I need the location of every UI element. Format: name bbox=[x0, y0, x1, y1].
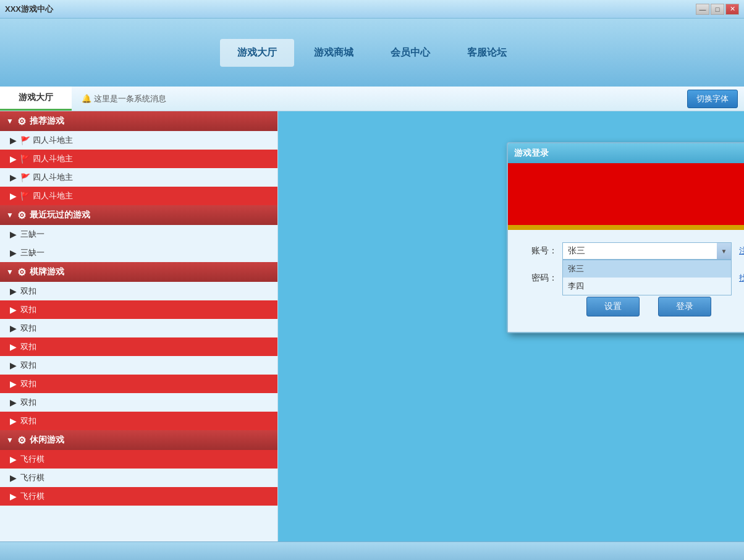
font-switch-button[interactable]: 切换字体 bbox=[687, 90, 738, 108]
title-bar: XXX游戏中心 — □ ✕ bbox=[0, 0, 744, 19]
system-message: 🔔 这里是一条系统消息 bbox=[72, 93, 687, 104]
right-area: 游戏登录 ✕ 账号： ▼ 张三 李四 bbox=[278, 111, 744, 541]
list-item[interactable]: ▶ 双扣 bbox=[0, 337, 277, 356]
list-item[interactable]: ▶ 飞行棋 bbox=[0, 487, 277, 506]
app-title: XXX游戏中心 bbox=[5, 4, 53, 15]
dropdown-item-zhangsan[interactable]: 张三 bbox=[563, 260, 731, 278]
category-label-casual: 休闲游戏 bbox=[30, 435, 64, 446]
play-icon: ▶ bbox=[10, 360, 17, 370]
list-item[interactable]: ▶ 🚩 四人斗地主 bbox=[0, 150, 277, 168]
nav-bar: 游戏大厅 游戏商城 会员中心 客服论坛 bbox=[0, 19, 744, 87]
play-icon: ▶ bbox=[10, 191, 17, 201]
dropdown-item-lisi[interactable]: 李四 bbox=[563, 278, 731, 295]
category-icon-recommended: ⚙ bbox=[17, 116, 26, 127]
list-item[interactable]: ▶ 双扣 bbox=[0, 300, 277, 319]
play-icon: ▶ bbox=[10, 172, 17, 182]
nav-tab-shop[interactable]: 游戏商城 bbox=[297, 39, 371, 67]
collapse-arrow-recent: ▼ bbox=[6, 211, 14, 219]
category-chess[interactable]: ▼ ⚙ 棋牌游戏 bbox=[0, 262, 277, 282]
window-controls: — □ ✕ bbox=[696, 4, 739, 15]
list-item[interactable]: ▶ 双扣 bbox=[0, 412, 277, 430]
category-recent[interactable]: ▼ ⚙ 最近玩过的游戏 bbox=[0, 205, 277, 225]
play-icon: ▶ bbox=[10, 135, 17, 145]
sub-tab-lobby[interactable]: 游戏大厅 bbox=[0, 87, 72, 111]
list-item[interactable]: ▶ 三缺一 bbox=[0, 244, 277, 262]
nav-tab-member[interactable]: 会员中心 bbox=[373, 39, 447, 67]
category-label-chess: 棋牌游戏 bbox=[30, 266, 64, 278]
account-label: 账号： bbox=[526, 245, 557, 257]
collapse-arrow-recommended: ▼ bbox=[6, 117, 14, 125]
collapse-arrow-casual: ▼ bbox=[6, 436, 14, 444]
category-recommended[interactable]: ▼ ⚙ 推荐游戏 bbox=[0, 111, 277, 131]
play-icon: ▶ bbox=[10, 379, 17, 389]
category-icon-casual: ⚙ bbox=[17, 435, 26, 446]
category-icon-chess: ⚙ bbox=[17, 266, 26, 278]
dialog-banner-gold bbox=[508, 225, 744, 230]
list-item[interactable]: ▶ 双扣 bbox=[0, 282, 277, 300]
list-item[interactable]: ▶ 🚩 四人斗地主 bbox=[0, 168, 277, 187]
category-casual[interactable]: ▼ ⚙ 休闲游戏 bbox=[0, 430, 277, 450]
play-icon: ▶ bbox=[10, 248, 17, 258]
category-icon-recent: ⚙ bbox=[17, 210, 26, 221]
collapse-arrow-chess: ▼ bbox=[6, 268, 14, 276]
account-row: 账号： ▼ 张三 李四 注册账号 bbox=[526, 242, 744, 260]
account-input[interactable] bbox=[562, 242, 732, 260]
forgot-link[interactable]: 找回密码 bbox=[739, 273, 744, 284]
list-item[interactable]: ▶ 双扣 bbox=[0, 393, 277, 412]
list-item[interactable]: ▶ 双扣 bbox=[0, 356, 277, 375]
register-link[interactable]: 注册账号 bbox=[739, 245, 744, 257]
list-item[interactable]: ▶ 双扣 bbox=[0, 319, 277, 337]
main-area: ▼ ⚙ 推荐游戏 ▶ 🚩 四人斗地主 ▶ 🚩 四人斗地主 ▶ 🚩 四人斗地主 ▶… bbox=[0, 111, 744, 541]
play-icon: ▶ bbox=[10, 416, 17, 426]
list-item[interactable]: ▶ 🚩 四人斗地主 bbox=[0, 131, 277, 150]
play-icon: ▶ bbox=[10, 491, 17, 501]
category-label-recent: 最近玩过的游戏 bbox=[30, 210, 90, 221]
close-button[interactable]: ✕ bbox=[725, 4, 739, 15]
list-item[interactable]: ▶ 三缺一 bbox=[0, 225, 277, 244]
play-icon: ▶ bbox=[10, 229, 17, 239]
play-icon: ▶ bbox=[10, 397, 17, 407]
list-item[interactable]: ▶ 双扣 bbox=[0, 375, 277, 393]
nav-tab-lobby[interactable]: 游戏大厅 bbox=[220, 39, 294, 67]
account-input-wrap: ▼ 张三 李四 bbox=[562, 242, 732, 260]
sidebar: ▼ ⚙ 推荐游戏 ▶ 🚩 四人斗地主 ▶ 🚩 四人斗地主 ▶ 🚩 四人斗地主 ▶… bbox=[0, 111, 278, 541]
list-item[interactable]: ▶ 🚩 四人斗地主 bbox=[0, 187, 277, 205]
minimize-button[interactable]: — bbox=[696, 4, 709, 15]
dialog-buttons: 设置 登录 bbox=[526, 297, 744, 316]
play-icon: ▶ bbox=[10, 305, 17, 315]
category-label-recommended: 推荐游戏 bbox=[30, 116, 64, 127]
sub-header: 游戏大厅 🔔 这里是一条系统消息 切换字体 bbox=[0, 87, 744, 111]
play-icon: ▶ bbox=[10, 473, 17, 483]
bottom-bar bbox=[0, 541, 744, 560]
login-dialog: 游戏登录 ✕ 账号： ▼ 张三 李四 bbox=[507, 142, 744, 333]
play-icon: ▶ bbox=[10, 286, 17, 296]
flag-icon: 🚩 bbox=[20, 136, 30, 145]
play-icon: ▶ bbox=[10, 342, 17, 352]
dialog-body: 账号： ▼ 张三 李四 注册账号 密码： bbox=[508, 230, 744, 332]
flag-icon: 🚩 bbox=[20, 192, 30, 201]
maximize-button[interactable]: □ bbox=[711, 4, 724, 15]
play-icon: ▶ bbox=[10, 323, 17, 333]
dialog-title: 游戏登录 bbox=[514, 148, 549, 159]
list-item[interactable]: ▶ 飞行棋 bbox=[0, 450, 277, 469]
password-label: 密码： bbox=[526, 273, 557, 284]
account-dropdown-list: 张三 李四 bbox=[562, 260, 732, 295]
dialog-title-bar: 游戏登录 ✕ bbox=[508, 143, 744, 163]
flag-icon: 🚩 bbox=[20, 173, 30, 182]
nav-tab-service[interactable]: 客服论坛 bbox=[450, 39, 524, 67]
play-icon: ▶ bbox=[10, 154, 17, 164]
list-item[interactable]: ▶ 飞行棋 bbox=[0, 469, 277, 487]
login-button[interactable]: 登录 bbox=[658, 297, 711, 316]
play-icon: ▶ bbox=[10, 454, 17, 464]
settings-button[interactable]: 设置 bbox=[586, 297, 640, 316]
flag-icon: 🚩 bbox=[20, 155, 30, 164]
dialog-banner-red bbox=[508, 163, 744, 225]
